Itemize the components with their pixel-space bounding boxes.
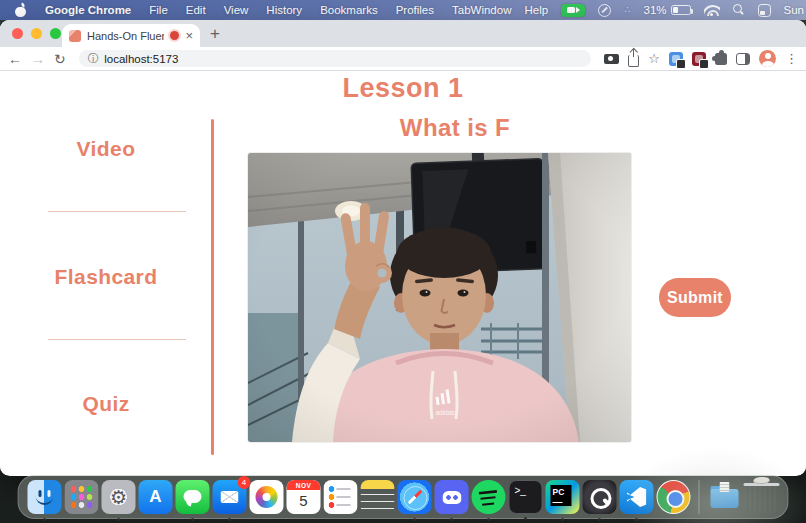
site-info-icon[interactable]: ⓘ xyxy=(88,52,99,66)
tab-strip: Hands-On Fluency × + xyxy=(0,20,806,47)
sidebar-item-flashcard[interactable]: Flashcard xyxy=(0,265,212,289)
minimize-window-button[interactable] xyxy=(31,28,42,39)
dock-pycharm-icon[interactable]: PC xyxy=(546,480,580,514)
dock-chrome-icon[interactable] xyxy=(657,480,691,514)
menu-file[interactable]: File xyxy=(149,4,168,16)
zoom-window-button[interactable] xyxy=(50,28,61,39)
dock-app-store-icon[interactable]: A xyxy=(139,480,173,514)
extensions-puzzle-icon[interactable] xyxy=(715,53,727,65)
tab-media-camera-icon[interactable] xyxy=(604,54,619,64)
menu-view[interactable]: View xyxy=(224,4,249,16)
menu-window[interactable]: Window xyxy=(471,4,512,16)
tab-close-icon[interactable]: × xyxy=(185,29,193,42)
back-button[interactable]: ← xyxy=(8,52,22,66)
dock: A 4 NOV 5 >_ PC xyxy=(18,475,789,519)
browser-toolbar: ← → ↻ ⓘ localhost:5173 ☆ ⋮ xyxy=(0,47,806,71)
menu-edit[interactable]: Edit xyxy=(186,4,206,16)
desktop-screen: Google Chrome File Edit View History Boo… xyxy=(0,0,806,523)
wifi-icon[interactable] xyxy=(704,5,720,16)
dock-separator xyxy=(699,480,700,514)
dock-photos-icon[interactable] xyxy=(250,480,284,514)
menu-history[interactable]: History xyxy=(266,4,302,16)
sidebar-separator xyxy=(48,211,186,212)
dock-spotify-icon[interactable] xyxy=(472,480,506,514)
dock-calendar-icon[interactable]: NOV 5 xyxy=(287,480,321,514)
control-center-icon[interactable] xyxy=(758,4,771,17)
status-dotted-icon[interactable]: ∴ xyxy=(624,5,630,15)
url-text: localhost:5173 xyxy=(104,53,178,65)
dock-notes-icon[interactable] xyxy=(361,480,395,514)
extension-icon-1[interactable] xyxy=(669,52,683,66)
lesson-heading: What is F xyxy=(248,114,662,142)
sidebar-separator xyxy=(48,339,186,340)
dock-trash-icon[interactable] xyxy=(745,480,779,514)
browser-tab[interactable]: Hands-On Fluency × xyxy=(62,24,200,47)
dock-launchpad-icon[interactable] xyxy=(65,480,99,514)
chrome-menu-icon[interactable]: ⋮ xyxy=(785,52,798,65)
share-icon[interactable] xyxy=(628,55,639,67)
dock-vscode-icon[interactable] xyxy=(620,480,654,514)
tab-favicon-icon xyxy=(69,30,81,42)
calendar-day-label: 5 xyxy=(299,490,307,512)
tab-recording-dot-icon xyxy=(170,31,179,40)
side-panel-icon[interactable] xyxy=(736,53,750,65)
reload-button[interactable]: ↻ xyxy=(54,52,66,66)
dock-messages-icon[interactable] xyxy=(176,480,210,514)
sidebar-item-quiz[interactable]: Quiz xyxy=(0,392,212,416)
screen-recording-indicator-icon[interactable] xyxy=(561,4,585,17)
dock-downloads-folder-icon[interactable] xyxy=(708,480,742,514)
browser-window: Hands-On Fluency × + ← → ↻ ⓘ localhost:5… xyxy=(0,20,806,476)
menu-help[interactable]: Help xyxy=(524,4,548,16)
forward-button[interactable]: → xyxy=(31,52,45,66)
sidebar-item-video[interactable]: Video xyxy=(0,137,212,161)
spotlight-search-icon[interactable] xyxy=(733,4,745,16)
menu-tab[interactable]: Tab xyxy=(452,4,471,16)
menu-bookmarks[interactable]: Bookmarks xyxy=(320,4,378,16)
submit-button[interactable]: Submit xyxy=(659,278,731,317)
webcam-video-feed: adidas xyxy=(248,153,631,442)
new-tab-button[interactable]: + xyxy=(210,25,220,42)
web-page: Lesson 1 Video Flashcard Quiz What is F xyxy=(0,71,806,475)
close-window-button[interactable] xyxy=(12,28,23,39)
bookmark-star-icon[interactable]: ☆ xyxy=(648,52,660,65)
profile-avatar[interactable] xyxy=(759,50,776,67)
tab-title: Hands-On Fluency xyxy=(87,30,164,42)
apple-menu-icon[interactable] xyxy=(15,4,27,17)
dock-quicktime-icon[interactable] xyxy=(583,480,617,514)
address-bar[interactable]: ⓘ localhost:5173 xyxy=(79,50,592,67)
battery-status[interactable]: 31% xyxy=(644,4,691,16)
do-not-disturb-icon[interactable] xyxy=(598,4,611,17)
dock-reminders-icon[interactable] xyxy=(324,480,358,514)
extension-icon-2[interactable] xyxy=(692,52,706,66)
menu-clock[interactable]: Sun Nov 5 10:51 AM xyxy=(784,4,806,16)
menu-app-name[interactable]: Google Chrome xyxy=(45,4,131,16)
battery-percent-label: 31% xyxy=(644,4,667,16)
dock-mail-icon[interactable]: 4 xyxy=(213,480,247,514)
dock-safari-icon[interactable] xyxy=(398,480,432,514)
dock-discord-icon[interactable] xyxy=(435,480,469,514)
menu-bar: Google Chrome File Edit View History Boo… xyxy=(0,0,806,20)
dock-terminal-icon[interactable]: >_ xyxy=(509,480,543,514)
dock-finder-icon[interactable] xyxy=(28,480,62,514)
battery-icon xyxy=(671,5,691,15)
menu-profiles[interactable]: Profiles xyxy=(396,4,434,16)
page-title: Lesson 1 xyxy=(0,73,806,104)
dock-system-settings-icon[interactable] xyxy=(102,480,136,514)
window-controls xyxy=(12,28,61,39)
calendar-month-label: NOV xyxy=(287,480,321,490)
